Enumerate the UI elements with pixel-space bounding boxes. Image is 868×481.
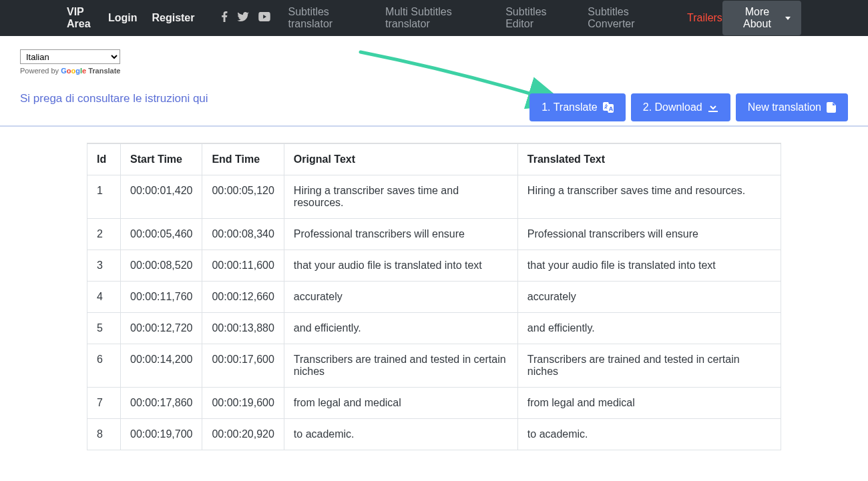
col-start-time: Start Time (121, 144, 202, 175)
cell-end: 00:00:11,600 (202, 250, 284, 282)
more-about-label: More About (733, 6, 781, 30)
subtitles-table-scroll[interactable]: Id Start Time End Time Orignal Text Tran… (87, 143, 781, 460)
cell-start: 00:00:08,520 (121, 250, 202, 282)
youtube-icon[interactable] (258, 12, 270, 24)
more-about-dropdown[interactable]: More About (722, 1, 801, 35)
nav-multi-subtitles-translator[interactable]: Multi Subtitles translator (385, 6, 488, 30)
cell-orig: accurately (284, 282, 517, 313)
cell-trans: Hiring a transcriber saves time and reso… (517, 175, 781, 219)
table-row: 800:00:19,70000:00:20,920to academic.to … (87, 419, 781, 450)
cell-start: 00:00:17,860 (121, 388, 202, 419)
nav-left: VIP Area Login Register (67, 6, 270, 30)
cell-start: 00:00:01,420 (121, 175, 202, 219)
nav-login[interactable]: Login (108, 12, 138, 24)
table-header-row: Id Start Time End Time Orignal Text Tran… (87, 144, 781, 175)
col-end-time: End Time (202, 144, 284, 175)
cell-orig: to academic. (284, 419, 517, 450)
top-section: Italian Powered by Google Translate Si p… (0, 36, 868, 127)
cell-trans: Professional transcribers will ensure (517, 219, 781, 250)
cell-start: 00:00:19,700 (121, 419, 202, 450)
col-original-text: Orignal Text (284, 144, 517, 175)
cell-id: 8 (87, 419, 121, 450)
table-row: 500:00:12,72000:00:13,880and efficiently… (87, 313, 781, 344)
download-icon (708, 102, 718, 113)
col-translated-text: Translated Text (517, 144, 781, 175)
powered-by-google: Powered by Google Translate (20, 67, 848, 75)
cell-orig: that your audio file is translated into … (284, 250, 517, 282)
cell-id: 3 (87, 250, 121, 282)
cell-start: 00:00:14,200 (121, 344, 202, 388)
translate-button[interactable]: 1. Translate (529, 93, 626, 121)
cell-id: 5 (87, 313, 121, 344)
nav-social (221, 11, 270, 25)
table-row: 400:00:11,76000:00:12,660accuratelyaccur… (87, 282, 781, 313)
subtitles-table: Id Start Time End Time Orignal Text Tran… (87, 143, 781, 450)
cell-orig: Hiring a transcriber saves time and reso… (284, 175, 517, 219)
cell-id: 1 (87, 175, 121, 219)
table-row: 300:00:08,52000:00:11,600that your audio… (87, 250, 781, 282)
translate-icon (603, 102, 614, 113)
facebook-icon[interactable] (221, 11, 228, 25)
cell-end: 00:00:19,600 (202, 388, 284, 419)
cell-id: 2 (87, 219, 121, 250)
cell-orig: Transcribers are trained and tested in c… (284, 344, 517, 388)
nav-center: Subtitles translator Multi Subtitles tra… (288, 6, 722, 30)
nav-subtitles-converter[interactable]: Subtitles Converter (588, 6, 670, 30)
cell-orig: from legal and medical (284, 388, 517, 419)
new-translation-button[interactable]: New translation (736, 93, 848, 121)
cell-end: 00:00:20,920 (202, 419, 284, 450)
cell-trans: to academic. (517, 419, 781, 450)
cell-trans: from legal and medical (517, 388, 781, 419)
action-buttons: 1. Translate 2. Download New translation (529, 93, 848, 121)
table-row: 200:00:05,46000:00:08,340Professional tr… (87, 219, 781, 250)
cell-start: 00:00:11,760 (121, 282, 202, 313)
nav-vip-area[interactable]: VIP Area (67, 6, 93, 30)
cell-trans: accurately (517, 282, 781, 313)
cell-id: 6 (87, 344, 121, 388)
col-id: Id (87, 144, 121, 175)
cell-orig: and efficiently. (284, 313, 517, 344)
cell-start: 00:00:12,720 (121, 313, 202, 344)
chevron-down-icon (785, 17, 791, 20)
cell-end: 00:00:17,600 (202, 344, 284, 388)
download-button[interactable]: 2. Download (631, 93, 730, 121)
nav-subtitles-translator[interactable]: Subtitles translator (288, 6, 368, 30)
twitter-icon[interactable] (237, 12, 249, 24)
nav-register[interactable]: Register (152, 12, 194, 24)
cell-orig: Professional transcribers will ensure (284, 219, 517, 250)
subtitles-table-wrap: Id Start Time End Time Orignal Text Tran… (87, 143, 781, 460)
cell-end: 00:00:08,340 (202, 219, 284, 250)
top-navbar: VIP Area Login Register Subtitles transl… (0, 0, 868, 36)
table-row: 700:00:17,86000:00:19,600from legal and … (87, 388, 781, 419)
translate-button-label: 1. Translate (541, 101, 598, 113)
new-translation-button-label: New translation (748, 101, 821, 113)
language-select[interactable]: Italian (20, 49, 120, 64)
nav-right: More About (722, 1, 801, 35)
nav-subtitles-editor[interactable]: Subtitles Editor (505, 6, 570, 30)
file-icon (827, 102, 836, 113)
table-row: 600:00:14,20000:00:17,600Transcribers ar… (87, 344, 781, 388)
cell-trans: that your audio file is translated into … (517, 250, 781, 282)
cell-id: 7 (87, 388, 121, 419)
table-row: 100:00:01,42000:00:05,120Hiring a transc… (87, 175, 781, 219)
cell-end: 00:00:13,880 (202, 313, 284, 344)
download-button-label: 2. Download (643, 101, 702, 113)
cell-trans: and efficiently. (517, 313, 781, 344)
nav-trailers[interactable]: Trailers (687, 12, 722, 24)
cell-id: 4 (87, 282, 121, 313)
cell-start: 00:00:05,460 (121, 219, 202, 250)
cell-end: 00:00:12,660 (202, 282, 284, 313)
cell-end: 00:00:05,120 (202, 175, 284, 219)
cell-trans: Transcribers are trained and tested in c… (517, 344, 781, 388)
